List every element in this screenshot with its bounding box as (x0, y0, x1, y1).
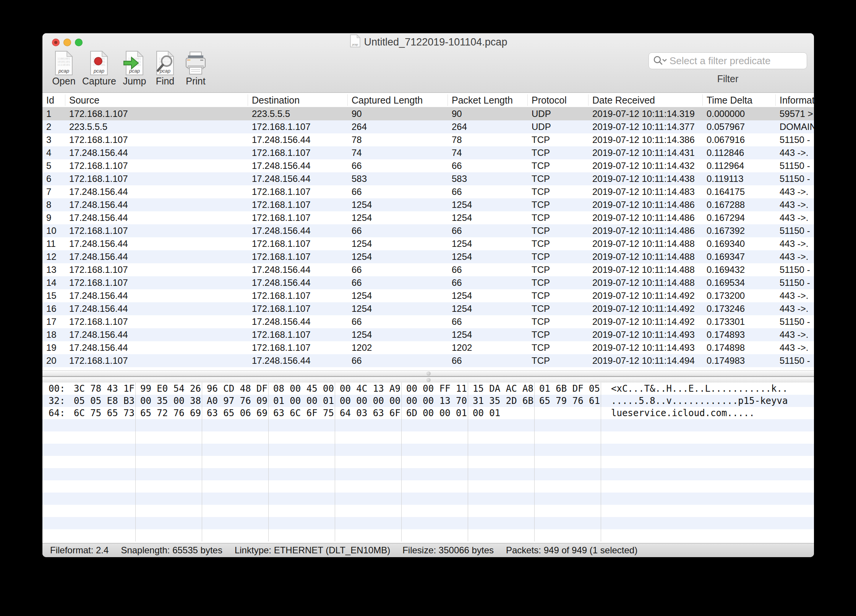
table-row[interactable]: 1117.248.156.44172.168.1.10712541254TCP2… (42, 237, 814, 250)
cell-destination: 172.168.1.107 (248, 238, 348, 249)
table-row[interactable]: 6172.168.1.10717.248.156.44583583TCP2019… (42, 172, 814, 185)
table-row[interactable]: 3172.168.1.10717.248.156.447878TCP2019-0… (42, 133, 814, 146)
cell-date-received: 2019-07-12 10:11:14.488 (588, 264, 703, 275)
svg-text:pcap: pcap (129, 68, 140, 74)
cell-packet-length: 1254 (448, 212, 528, 223)
cell-time-delta: 0.174983 (703, 355, 776, 366)
hex-bytes-group (69, 456, 136, 468)
hex-row-empty (42, 480, 814, 493)
cell-captured-length: 66 (348, 277, 448, 288)
table-row[interactable]: 417.248.156.44172.168.1.1077474TCP2019-0… (42, 146, 814, 159)
table-row[interactable]: 14172.168.1.10717.248.156.446666TCP2019-… (42, 276, 814, 289)
cell-time-delta: 0.000000 (703, 109, 776, 119)
hex-bytes-group (136, 444, 202, 456)
splitter-handle-bottom[interactable] (42, 377, 814, 383)
cell-destination: 172.168.1.107 (248, 290, 348, 301)
table-row[interactable]: 717.248.156.44172.168.1.1076666TCP2019-0… (42, 185, 814, 198)
hex-bytes-group: 08 00 45 00 (269, 383, 335, 395)
cell-date-received: 2019-07-12 10:11:14.492 (588, 290, 703, 301)
table-row[interactable]: 5172.168.1.10717.248.156.446666TCP2019-0… (42, 159, 814, 172)
cell-time-delta: 0.174898 (703, 342, 776, 353)
table-row[interactable]: 1617.248.156.44172.168.1.10712541254TCP2… (42, 302, 814, 315)
status-item-3: Filesize: 350066 bytes (402, 545, 494, 556)
table-row[interactable]: 2223.5.5.5172.168.1.107264264UDP2019-07-… (42, 120, 814, 133)
hex-ascii (601, 431, 814, 444)
cell-id: 19 (42, 342, 65, 353)
cell-source: 17.248.156.44 (65, 186, 248, 197)
cell-source: 172.168.1.107 (65, 135, 248, 145)
hex-bytes-group (535, 517, 601, 529)
cell-time-delta: 0.067916 (703, 135, 776, 145)
cell-destination: 223.5.5.5 (248, 109, 348, 119)
hex-bytes-group: 65 72 76 69 (136, 407, 202, 419)
hex-bytes-group: 96 CD 48 DF (202, 383, 269, 395)
hex-bytes-group (535, 444, 601, 456)
table-row[interactable]: 917.248.156.44172.168.1.10712541254TCP20… (42, 211, 814, 224)
hex-bytes-group: 15 DA AC A8 (468, 383, 535, 395)
cell-id: 4 (42, 148, 65, 158)
table-row[interactable]: 1517.248.156.44172.168.1.10712541254TCP2… (42, 289, 814, 302)
cell-date-received: 2019-07-12 10:11:14.494 (588, 355, 703, 366)
hex-bytes-group (535, 529, 601, 541)
cell-packet-length: 90 (448, 109, 528, 119)
cell-date-received: 2019-07-12 10:11:14.486 (588, 199, 703, 210)
column-header-packet-length[interactable]: Packet Length (448, 94, 528, 106)
hex-row-empty (42, 505, 814, 517)
table-row[interactable]: 1817.248.156.44172.168.1.10712541254TCP2… (42, 328, 814, 341)
table-row[interactable]: 1172.168.1.107223.5.5.59090UDP2019-07-12… (42, 107, 814, 120)
table-row[interactable]: 817.248.156.44172.168.1.10712541254TCP20… (42, 198, 814, 211)
svg-text:10101101: 10101101 (57, 60, 70, 63)
table-row[interactable]: 13172.168.1.10717.248.156.446666TCP2019-… (42, 263, 814, 276)
hex-bytes-group: 31 35 2D 6B (468, 395, 535, 407)
cell-packet-length: 583 (448, 173, 528, 184)
cell-time-delta: 0.169432 (703, 264, 776, 275)
column-header-captured-length[interactable]: Captured Length (348, 94, 448, 106)
column-header-informati[interactable]: Informati (776, 94, 814, 106)
table-row[interactable]: 2117.248.156.44172.168.1.10712541254TCP2… (42, 367, 814, 370)
hex-row-empty (42, 456, 814, 468)
open-button[interactable]: 110010011010110111110101pcapOpen (52, 51, 76, 87)
cell-protocol: TCP (528, 251, 588, 262)
hex-bytes-group (402, 456, 468, 468)
print-button-label: Print (186, 76, 205, 87)
column-header-source[interactable]: Source (65, 94, 248, 106)
find-button[interactable]: 110010011010110111110101pcapFind (153, 51, 177, 87)
hex-ascii (601, 444, 814, 456)
cell-time-delta: 0.167288 (703, 199, 776, 210)
hex-offset (42, 529, 69, 541)
capture-button[interactable]: 110010011010110111110101pcapCapture (82, 51, 116, 87)
jump-button[interactable]: 110010011010110111110101pcapJump (122, 51, 147, 87)
splitter-handle-top[interactable] (42, 370, 814, 376)
filter-input[interactable]: Select a filter predicate (648, 52, 807, 69)
hex-offset: 32: (42, 395, 69, 407)
table-row[interactable]: 1917.248.156.44172.168.1.10712021202TCP2… (42, 341, 814, 354)
column-header-id[interactable]: Id (42, 94, 65, 106)
cell-id: 6 (42, 173, 65, 184)
cell-destination: 17.248.156.44 (248, 355, 348, 366)
cell-source: 17.248.156.44 (65, 290, 248, 301)
cell-packet-length: 66 (448, 355, 528, 366)
hex-bytes-group (468, 468, 535, 480)
cell-packet-length: 66 (448, 160, 528, 171)
hex-bytes-group (69, 419, 136, 431)
hex-offset (42, 444, 69, 456)
hex-row: 00:3C 78 43 1F99 E0 54 2696 CD 48 DF08 0… (42, 383, 814, 395)
hex-bytes-group (269, 480, 335, 493)
print-button[interactable]: Print (183, 51, 208, 87)
column-header-date-received[interactable]: Date Received (588, 94, 703, 106)
cell-protocol: TCP (528, 186, 588, 197)
cell-protocol: TCP (528, 329, 588, 340)
table-row[interactable]: 17172.168.1.10717.248.156.446666TCP2019-… (42, 315, 814, 328)
cell-protocol: TCP (528, 135, 588, 145)
splitter-dimple-icon (426, 378, 431, 382)
cell-date-received: 2019-07-12 10:11:14.492 (588, 316, 703, 327)
table-row[interactable]: 10172.168.1.10717.248.156.446666TCP2019-… (42, 224, 814, 237)
column-header-time-delta[interactable]: Time Delta (703, 94, 776, 106)
hex-row-empty (42, 444, 814, 456)
table-row[interactable]: 1217.248.156.44172.168.1.10712541254TCP2… (42, 250, 814, 263)
column-header-protocol[interactable]: Protocol (528, 94, 588, 106)
table-row[interactable]: 20172.168.1.10717.248.156.446666TCP2019-… (42, 354, 814, 367)
cell-informati: 51150 - (776, 225, 814, 236)
column-header-destination[interactable]: Destination (248, 94, 348, 106)
cell-packet-length: 66 (448, 316, 528, 327)
